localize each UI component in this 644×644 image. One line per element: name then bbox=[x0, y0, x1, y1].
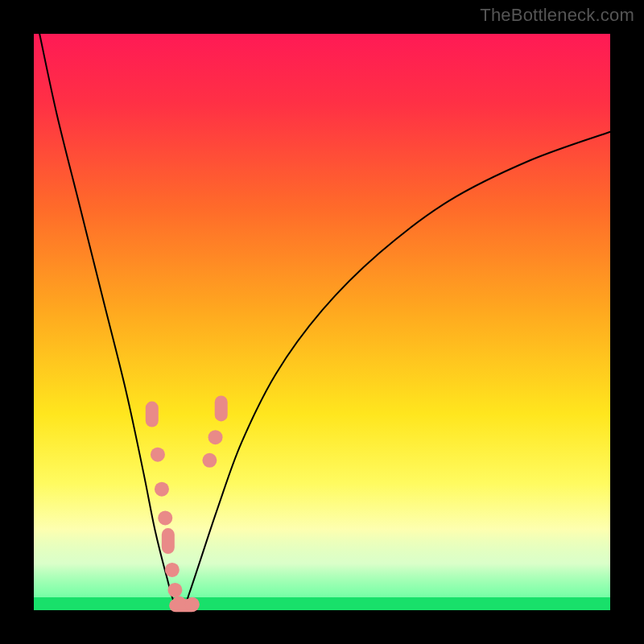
marker-point bbox=[151, 448, 165, 462]
marker-point bbox=[215, 395, 228, 421]
marker-point bbox=[158, 510, 172, 525]
marker-point bbox=[185, 597, 200, 612]
marker-point bbox=[165, 563, 180, 577]
marker-point bbox=[202, 453, 217, 468]
marker-point bbox=[167, 583, 182, 597]
marker-group bbox=[146, 395, 228, 612]
marker-point bbox=[208, 430, 223, 444]
marker-point bbox=[155, 482, 169, 497]
chart-frame: TheBottleneck.com bbox=[0, 0, 644, 644]
watermark-text: TheBottleneck.com bbox=[480, 5, 634, 26]
bottleneck-curve-path bbox=[39, 34, 610, 609]
marker-point bbox=[146, 402, 159, 427]
marker-point bbox=[162, 528, 175, 554]
curve-layer bbox=[34, 34, 610, 610]
